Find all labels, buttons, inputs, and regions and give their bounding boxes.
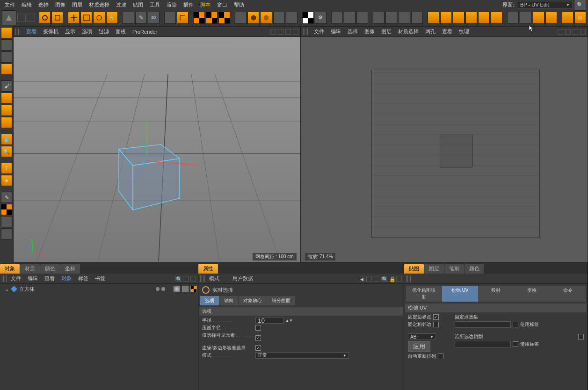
object-mode-icon[interactable] — [1, 39, 12, 51]
algorithm-select[interactable]: ABF▼ — [408, 333, 436, 340]
phong-tag-icon[interactable] — [182, 286, 189, 292]
fit-icon[interactable] — [465, 12, 477, 24]
align-4-icon[interactable] — [411, 12, 423, 24]
up-icon[interactable] — [366, 276, 372, 282]
tree-item-cube[interactable]: ⌄ 立方体 — [1, 285, 197, 293]
menu-select[interactable]: 选择 — [36, 0, 51, 9]
nav-zoom-icon[interactable] — [580, 29, 586, 35]
bucket-icon[interactable]: 💧 — [1, 134, 12, 145]
stamp-icon[interactable] — [1, 93, 12, 104]
tab-brush[interactable]: 笔刷 — [444, 264, 464, 274]
cut-edges-checkbox[interactable] — [578, 334, 584, 339]
tab-texture[interactable]: 贴图 — [404, 264, 424, 274]
rect-select-tool[interactable] — [51, 12, 63, 24]
vp-menu-display[interactable]: 显示 — [63, 28, 78, 35]
flip-icon[interactable] — [453, 12, 465, 24]
uv-grid-1-icon[interactable] — [331, 12, 343, 24]
3d-tool[interactable]: 3D — [148, 12, 160, 24]
tab-layers[interactable]: 图层 — [424, 264, 444, 274]
point-mode-icon[interactable] — [1, 64, 12, 75]
objects-tree[interactable]: ⌄ 立方体 — [0, 284, 198, 390]
uv-menu-file[interactable]: 文件 — [312, 28, 327, 35]
subtab-options[interactable]: 选项 — [200, 296, 219, 305]
tab-colors[interactable]: 颜色 — [40, 264, 60, 274]
menu-help[interactable]: 帮助 — [231, 0, 247, 9]
uv-menu-layer[interactable]: 图层 — [379, 28, 394, 35]
attr-menu-mode[interactable]: 模式 — [207, 275, 222, 282]
checker-btn-3[interactable] — [218, 12, 230, 24]
tab-attributes[interactable]: 属性 — [198, 264, 218, 274]
use-tag-2-checkbox[interactable] — [513, 341, 518, 347]
uv-menu-select[interactable]: 选择 — [345, 28, 360, 35]
misc-icon[interactable] — [1, 228, 12, 239]
obj-menu-tags[interactable]: 标签 — [76, 275, 91, 282]
obj-menu-bookmarks[interactable]: 书签 — [93, 275, 108, 282]
scale-tool[interactable] — [80, 12, 92, 24]
cube-ghost-icon[interactable] — [273, 12, 285, 24]
grip-icon[interactable] — [200, 275, 205, 282]
subtab-sds[interactable]: 细分曲面 — [267, 296, 295, 305]
tab-objects[interactable]: 对象 — [0, 264, 20, 274]
checker-btn-2[interactable] — [206, 12, 218, 24]
tab-color[interactable]: 颜色 — [465, 264, 484, 274]
nav-maximize-icon[interactable] — [293, 29, 298, 35]
lock-icon[interactable] — [565, 29, 571, 35]
visible-dot-icon[interactable] — [156, 287, 160, 291]
modetab-relax[interactable]: 松弛 UV — [442, 286, 478, 302]
vp-menu-options[interactable]: 选项 — [80, 28, 94, 35]
edge-tolerance-checkbox[interactable] — [255, 345, 261, 351]
uv-grid-3-icon[interactable] — [356, 12, 368, 24]
cube-wire-icon[interactable] — [235, 12, 247, 24]
checker-display-icon[interactable] — [302, 12, 314, 24]
cube-shaded-icon[interactable] — [260, 12, 272, 24]
menu-window[interactable]: 窗口 — [214, 0, 230, 9]
obj-menu-object[interactable]: 对象 — [59, 275, 74, 282]
viewport-3d-canvas[interactable]: 透视视图 — [14, 37, 300, 262]
pressure-radius-checkbox[interactable] — [255, 325, 261, 331]
pack-1-icon[interactable] — [507, 12, 519, 24]
use-tag-1-checkbox[interactable] — [513, 322, 518, 327]
mode-select[interactable]: 正常▼ — [255, 352, 349, 359]
axis-tool[interactable] — [122, 12, 134, 24]
render-dot-icon[interactable] — [161, 287, 165, 291]
vp-menu-prorender[interactable]: ProRender — [130, 29, 160, 35]
menu-image[interactable]: 图像 — [52, 0, 68, 9]
magnify-icon[interactable]: 🔍 — [1, 146, 12, 157]
nav-pan-icon[interactable] — [573, 29, 578, 35]
layout-select[interactable]: BP - UV Edit ▼ — [517, 1, 573, 8]
material-tag-icon[interactable] — [174, 286, 180, 292]
obj-menu-file[interactable]: 文件 — [8, 275, 23, 282]
new-window-icon[interactable] — [396, 276, 402, 282]
live-select-tool[interactable] — [39, 12, 51, 24]
align-1-icon[interactable] — [373, 12, 385, 24]
frame-icon[interactable] — [1, 117, 12, 128]
paint-brush-icon[interactable]: 🖌 — [1, 80, 12, 92]
stack-1-icon[interactable] — [533, 12, 544, 24]
uvw-tag-icon[interactable] — [190, 286, 197, 292]
histogram-icon[interactable] — [558, 29, 563, 35]
search-icon[interactable]: 🔍 — [175, 276, 181, 282]
menu-filter[interactable]: 过滤 — [113, 0, 129, 9]
visible-only-checkbox[interactable] — [255, 335, 261, 341]
uv-menu-texture[interactable]: 纹理 — [457, 28, 472, 35]
cube-lines-icon[interactable] — [286, 12, 298, 24]
text-icon[interactable]: T — [1, 163, 12, 174]
apply-button[interactable]: 应用 — [408, 341, 430, 352]
menu-render[interactable]: 渲染 — [164, 0, 180, 9]
align-3-icon[interactable] — [398, 12, 410, 24]
rotate-ccw-icon[interactable] — [491, 12, 502, 24]
menu-texture[interactable]: 贴图 — [130, 0, 146, 9]
viewport-uv-canvas[interactable]: 缩放: 71.4% — [301, 37, 588, 262]
axis-gizmo[interactable]: Y X Z — [28, 239, 46, 258]
cube-solid-icon[interactable] — [247, 12, 259, 24]
eye-icon[interactable] — [190, 276, 196, 282]
move-tool[interactable] — [68, 12, 80, 24]
search-icon[interactable]: 🔍 — [574, 0, 586, 11]
mirror-v-icon[interactable] — [440, 12, 452, 24]
gear-icon[interactable]: ⚙ — [315, 12, 327, 24]
model-mode-icon[interactable] — [1, 27, 12, 38]
obj-menu-view[interactable]: 查看 — [42, 275, 57, 282]
search-icon[interactable]: 🔍 — [381, 276, 387, 282]
redo-icon[interactable] — [27, 14, 35, 22]
grip-icon[interactable] — [406, 275, 411, 282]
